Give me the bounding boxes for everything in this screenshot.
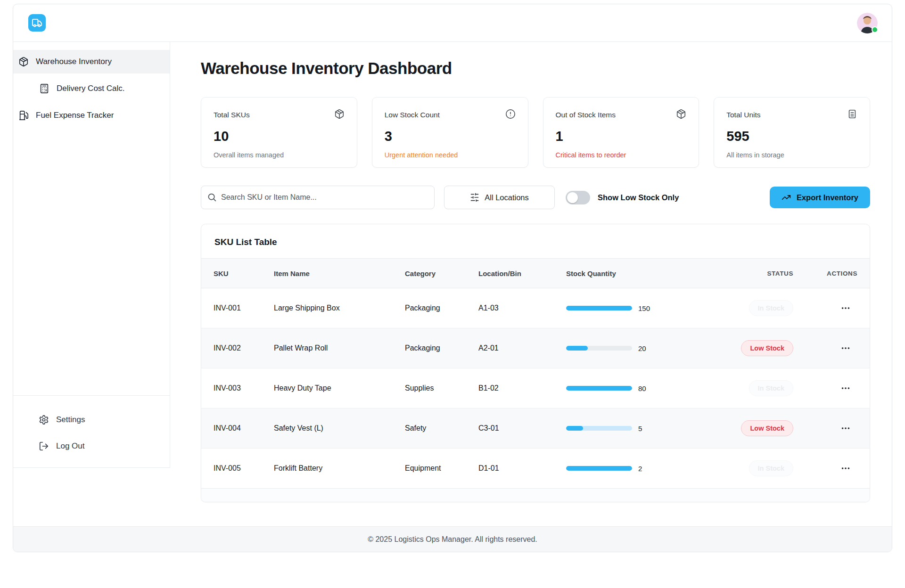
row-actions-button[interactable] — [838, 420, 854, 436]
search-icon — [207, 192, 217, 204]
stat-card-total-units: Total Units595All items in storage — [714, 97, 870, 168]
calculator-icon — [39, 83, 49, 94]
gear-icon — [39, 415, 49, 425]
stat-card-label: Total Units — [726, 111, 760, 119]
stat-card-subtitle: Urgent attention needed — [385, 151, 516, 159]
table-row-inv-002: INV-002Pallet Wrap RollPackagingA2-0120L… — [201, 328, 870, 368]
stat-card-subtitle: Critical items to reorder — [556, 151, 687, 159]
sidebar: Warehouse InventoryDelivery Cost Calc.Fu… — [13, 42, 170, 468]
column-header-item-name: Item Name — [274, 270, 405, 278]
cell-category: Packaging — [405, 304, 478, 312]
stat-card-label: Total SKUs — [214, 111, 250, 119]
table-body: INV-001Large Shipping BoxPackagingA1-031… — [201, 288, 870, 489]
cell-stock-quantity: 2 — [566, 465, 723, 473]
cell-sku: INV-003 — [214, 384, 274, 392]
export-inventory-button[interactable]: Export Inventory — [770, 187, 870, 208]
column-header-actions: ACTIONS — [793, 270, 857, 277]
ellipsis-icon — [840, 383, 851, 393]
sidebar-bottom-nav: SettingsLog Out — [13, 395, 170, 467]
cell-actions — [793, 460, 857, 476]
stock-quantity-value: 2 — [638, 465, 642, 473]
top-header — [13, 4, 892, 42]
ellipsis-icon — [840, 463, 851, 474]
location-filter-select[interactable]: All Locations — [444, 186, 555, 209]
row-actions-button[interactable] — [838, 340, 854, 356]
cell-location: D1-01 — [478, 464, 566, 473]
sidebar-nav: Warehouse InventoryDelivery Cost Calc.Fu… — [13, 42, 170, 127]
column-header-stock-quantity: Stock Quantity — [566, 270, 723, 278]
sidebar-item-label: Fuel Expense Tracker — [36, 111, 114, 120]
cell-location: A1-03 — [478, 304, 566, 312]
sidebar-item-log-out[interactable]: Log Out — [13, 435, 170, 457]
stat-card-value: 3 — [385, 129, 516, 144]
cell-location: B1-02 — [478, 384, 566, 392]
sliders-icon — [470, 193, 479, 202]
app-footer: © 2025 Logistics Ops Manager. All rights… — [13, 526, 892, 552]
stock-progress-bar — [566, 426, 632, 431]
stock-progress-bar — [566, 466, 632, 471]
row-actions-button[interactable] — [838, 300, 854, 316]
sidebar-item-warehouse-inventory[interactable]: Warehouse Inventory — [13, 50, 170, 74]
fuel-icon — [18, 110, 29, 121]
cell-actions — [793, 340, 857, 356]
column-header-status: STATUS — [723, 270, 793, 277]
ellipsis-icon — [840, 303, 851, 313]
stock-quantity-value: 5 — [638, 425, 642, 433]
cell-item-name: Pallet Wrap Roll — [274, 344, 405, 352]
stock-quantity-value: 150 — [638, 304, 650, 312]
cell-actions — [793, 300, 857, 316]
stat-card-out-of-stock-items: Out of Stock Items1Critical items to reo… — [543, 97, 699, 168]
cell-category: Equipment — [405, 464, 478, 473]
truck-icon — [32, 17, 42, 28]
toggle-knob — [567, 192, 578, 203]
stock-progress-bar — [566, 386, 632, 391]
online-status-dot — [872, 26, 878, 33]
cell-category: Safety — [405, 424, 478, 433]
sidebar-item-fuel-expense-tracker[interactable]: Fuel Expense Tracker — [13, 104, 170, 127]
stock-quantity-value: 80 — [638, 384, 646, 392]
table-footer-strip — [201, 489, 870, 502]
row-actions-button[interactable] — [838, 460, 854, 476]
trending-up-icon — [782, 193, 791, 202]
cell-sku: INV-004 — [214, 424, 274, 433]
sidebar-item-label: Warehouse Inventory — [36, 57, 112, 66]
status-badge: In Stock — [749, 460, 793, 476]
cell-actions — [793, 420, 857, 436]
cell-location: A2-01 — [478, 344, 566, 352]
row-actions-button[interactable] — [838, 380, 854, 396]
cell-stock-quantity: 150 — [566, 304, 723, 312]
cell-item-name: Safety Vest (L) — [274, 424, 405, 433]
sidebar-item-delivery-cost-calc[interactable]: Delivery Cost Calc. — [13, 77, 170, 100]
column-header-category: Category — [405, 270, 478, 278]
copyright-text: © 2025 Logistics Ops Manager. All rights… — [368, 535, 537, 544]
sidebar-item-settings[interactable]: Settings — [13, 409, 170, 431]
cell-status: Low Stock — [723, 340, 793, 356]
stock-progress-bar — [566, 346, 632, 351]
low-stock-toggle[interactable] — [566, 191, 590, 204]
logout-icon — [39, 441, 49, 451]
cell-stock-quantity: 80 — [566, 384, 723, 392]
stock-progress-bar — [566, 306, 632, 310]
app-logo[interactable] — [28, 14, 46, 32]
table-header-row: SKUItem NameCategoryLocation/BinStock Qu… — [201, 258, 870, 288]
sku-table-card: SKU List Table SKUItem NameCategoryLocat… — [201, 224, 870, 502]
app-window: Warehouse InventoryDelivery Cost Calc.Fu… — [13, 4, 892, 552]
export-button-label: Export Inventory — [797, 193, 858, 202]
package-icon — [334, 109, 345, 121]
cell-item-name: Heavy Duty Tape — [274, 384, 405, 392]
stock-quantity-value: 20 — [638, 344, 646, 352]
cell-sku: INV-005 — [214, 464, 274, 473]
status-badge: In Stock — [749, 300, 793, 316]
stat-card-value: 595 — [726, 129, 857, 144]
sidebar-item-label: Log Out — [56, 441, 85, 451]
package-icon — [18, 57, 29, 67]
column-header-sku: SKU — [214, 270, 274, 278]
package-icon — [676, 109, 686, 121]
user-avatar[interactable] — [857, 13, 878, 33]
table-title: SKU List Table — [201, 224, 870, 258]
table-row-inv-004: INV-004Safety Vest (L)SafetyC3-015Low St… — [201, 408, 870, 449]
cell-sku: INV-001 — [214, 304, 274, 312]
search-input[interactable] — [201, 186, 435, 209]
cell-actions — [793, 380, 857, 396]
cell-item-name: Large Shipping Box — [274, 304, 405, 312]
